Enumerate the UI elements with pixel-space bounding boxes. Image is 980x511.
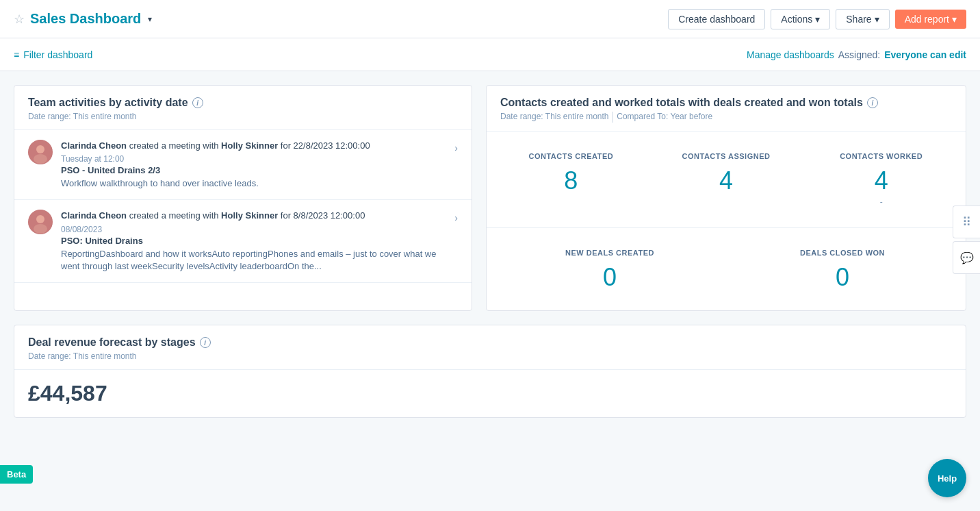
deal-info-icon[interactable]: i (200, 337, 211, 348)
star-icon[interactable]: ☆ (14, 12, 25, 27)
header-left: ☆ Sales Dashboard ▾ (14, 11, 668, 27)
filter-dashboard-button[interactable]: ≡ Filter dashboard (14, 49, 92, 60)
add-report-button[interactable]: Add report ▾ (895, 10, 966, 29)
main-content: Team activities by activity date i Date … (0, 71, 980, 432)
deal-amount: £44,587 (14, 370, 966, 417)
add-report-chevron-icon: ▾ (952, 14, 957, 25)
top-row: Team activities by activity date i Date … (14, 85, 966, 311)
avatar (28, 140, 53, 164)
activity-content: Clarinda Cheon created a meeting with Ho… (61, 210, 446, 273)
activity-desc: Workflow walkthrough to hand over inacti… (61, 177, 446, 190)
svg-point-4 (36, 215, 44, 223)
stat-contacts-worked: CONTACTS WORKED 4 - (803, 145, 959, 214)
stat-new-deals: NEW DEALS CREATED 0 (493, 242, 726, 297)
activity-card: Team activities by activity date i Date … (14, 85, 472, 311)
stat-deals-won: DEALS CLOSED WON 0 (726, 242, 959, 297)
deal-card-header: Deal revenue forecast by stages i Date r… (14, 325, 966, 370)
stats-grid-bottom: NEW DEALS CREATED 0 DEALS CLOSED WON 0 (487, 228, 966, 310)
activity-deal: PSO: United Drains (61, 236, 446, 246)
actions-button[interactable]: Actions ▾ (771, 9, 830, 29)
svg-point-5 (34, 224, 47, 234)
activity-info-icon[interactable]: i (192, 97, 203, 108)
grid-widget[interactable]: ⠿ (953, 205, 980, 238)
filter-icon: ≡ (14, 49, 19, 60)
create-dashboard-button[interactable]: Create dashboard (668, 9, 765, 29)
contacts-card-header: Contacts created and worked totals with … (487, 86, 966, 132)
stat-contacts-created: CONTACTS CREATED 8 (493, 145, 649, 214)
activity-timestamp: Tuesday at 12:00 (61, 154, 446, 164)
deal-date-range: Date range: This entire month (28, 351, 952, 361)
stat-contacts-assigned: CONTACTS ASSIGNED 4 (649, 145, 804, 214)
chat-icon: 💬 (960, 251, 974, 264)
assigned-value[interactable]: Everyone can edit (884, 49, 966, 60)
chat-widget[interactable]: 💬 (953, 241, 980, 274)
activity-chevron-icon: › (454, 142, 458, 153)
svg-point-2 (34, 154, 47, 164)
activity-deal: PSO - United Drains 2/3 (61, 165, 446, 175)
subheader: ≡ Filter dashboard Manage dashboards Ass… (0, 38, 980, 71)
share-button[interactable]: Share ▾ (836, 9, 889, 29)
contacts-info-icon[interactable]: i (867, 97, 878, 108)
avatar (28, 210, 53, 234)
activity-list: Clarinda Cheon created a meeting with Ho… (14, 130, 472, 283)
grid-icon: ⠿ (962, 214, 972, 229)
right-sidebar: ⠿ 💬 (953, 205, 980, 274)
activity-desc: ReportingDashboard and how it worksAuto … (61, 248, 446, 273)
svg-point-1 (36, 145, 44, 153)
filter-label: Filter dashboard (23, 49, 92, 60)
subheader-right: Manage dashboards Assigned: Everyone can… (747, 49, 966, 60)
contacts-card-title: Contacts created and worked totals with … (500, 97, 952, 109)
activity-item[interactable]: Clarinda Cheon created a meeting with Ho… (14, 200, 472, 283)
activity-text: Clarinda Cheon created a meeting with Ho… (61, 140, 446, 152)
contacts-card: Contacts created and worked totals with … (486, 85, 966, 311)
header: ☆ Sales Dashboard ▾ Create dashboard Act… (0, 0, 980, 38)
share-chevron-icon: ▾ (875, 14, 879, 25)
activity-timestamp: 08/08/2023 (61, 225, 446, 234)
header-actions: Create dashboard Actions ▾ Share ▾ Add r… (668, 9, 966, 29)
assigned-prefix: Assigned: (838, 49, 880, 60)
activity-author: Clarinda Cheon (61, 140, 127, 151)
manage-dashboards-link[interactable]: Manage dashboards (747, 49, 834, 60)
activity-person: Holly Skinner (221, 210, 278, 221)
actions-label: Actions (781, 14, 812, 25)
activity-text: Clarinda Cheon created a meeting with Ho… (61, 210, 446, 222)
divider (612, 112, 613, 123)
activity-date-range: Date range: This entire month (28, 112, 458, 121)
activity-author: Clarinda Cheon (61, 210, 127, 221)
activity-person: Holly Skinner (221, 140, 278, 151)
contacts-date-range: Date range: This entire month Compared T… (500, 112, 952, 123)
actions-chevron-icon: ▾ (815, 14, 820, 25)
dashboard-title[interactable]: Sales Dashboard (30, 11, 141, 27)
deal-card: Deal revenue forecast by stages i Date r… (14, 325, 966, 418)
activity-item[interactable]: Clarinda Cheon created a meeting with Ho… (14, 130, 472, 200)
chevron-down-icon[interactable]: ▾ (148, 14, 152, 24)
activity-card-header: Team activities by activity date i Date … (14, 86, 472, 130)
add-report-label: Add report (905, 14, 949, 25)
activity-card-title: Team activities by activity date i (28, 97, 458, 109)
activity-chevron-icon: › (454, 212, 458, 223)
activity-content: Clarinda Cheon created a meeting with Ho… (61, 140, 446, 190)
deal-card-title: Deal revenue forecast by stages i (28, 336, 952, 349)
share-label: Share (846, 14, 871, 25)
stats-grid-top: CONTACTS CREATED 8 CONTACTS ASSIGNED 4 C… (487, 132, 966, 228)
